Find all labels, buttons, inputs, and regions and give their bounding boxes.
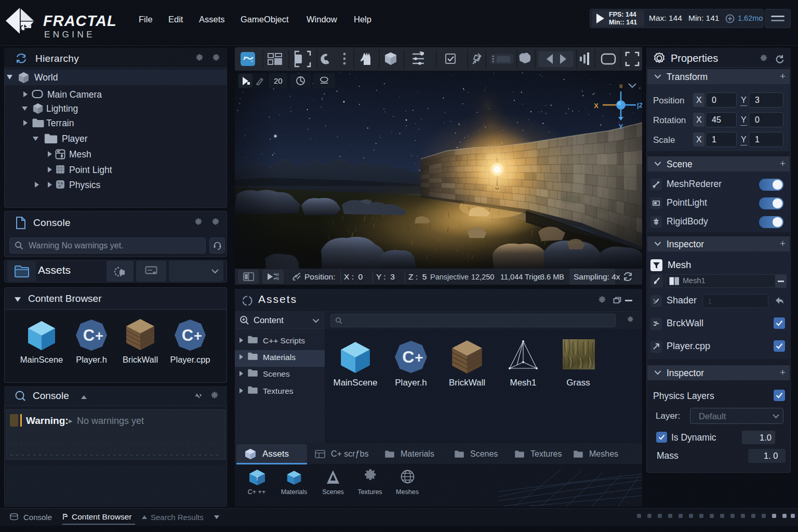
- svg-text:C: C: [182, 326, 193, 344]
- svg-text:+: +: [415, 350, 423, 366]
- svg-text:+: +: [194, 328, 202, 344]
- svg-text:Y: Y: [619, 123, 623, 130]
- svg-text:|Z: |Z: [637, 101, 642, 109]
- svg-text:C: C: [402, 348, 414, 366]
- svg-text:X: X: [594, 102, 598, 110]
- svg-text:C: C: [83, 326, 95, 344]
- svg-text:≡: ≡: [619, 83, 622, 90]
- svg-text:+: +: [95, 328, 103, 344]
- svg-text:T: T: [256, 476, 259, 482]
